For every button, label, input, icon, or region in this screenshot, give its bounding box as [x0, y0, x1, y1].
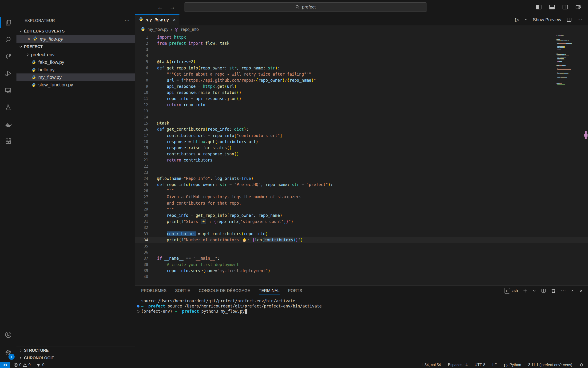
source-control-icon[interactable]: [0, 48, 17, 65]
language-mode-status[interactable]: { } Python: [504, 363, 521, 367]
problems-status[interactable]: 0 0: [14, 363, 31, 367]
open-editor-item-my_flow.py[interactable]: ✕my_flow.py: [17, 35, 135, 43]
code-line[interactable]: 11 repo_info = api_response.json(): [135, 96, 588, 102]
new-terminal-icon[interactable]: [523, 288, 528, 293]
panel-tab-console de débogage[interactable]: CONSOLE DE DÉBOGAGE: [199, 287, 250, 294]
python-interpreter-status[interactable]: 3.11.1 ('prefect-env': venv): [528, 363, 572, 367]
code-line[interactable]: 24@flow(name="Repo Info", log_prints=Tru…: [135, 175, 588, 182]
tab-my_flow.py[interactable]: my_flow.py ✕: [135, 14, 179, 25]
terminal-instance-chip[interactable]: > zsh: [504, 288, 518, 294]
code-line[interactable]: 20 contributors = response.json(): [135, 151, 588, 157]
code-line[interactable]: 35: [135, 243, 588, 249]
open-editors-section-header[interactable]: ÉDITEURS OUVERTS: [17, 27, 135, 35]
toggle-secondary-sidebar-icon[interactable]: [562, 4, 568, 10]
sidebar-item-slow_function.py[interactable]: slow_function.py: [17, 81, 135, 89]
code-line[interactable]: 22: [135, 163, 588, 169]
command-center-search[interactable]: prefect: [184, 2, 427, 12]
code-line[interactable]: 6def get_repo_info(repo_owner: str, repo…: [135, 65, 588, 71]
panel-tab-terminal[interactable]: TERMINAL: [259, 287, 280, 294]
editor-more-actions-icon[interactable]: ⋯: [577, 17, 582, 23]
split-terminal-icon[interactable]: [541, 288, 546, 293]
code-line[interactable]: 13: [135, 108, 588, 114]
search-sidebar-icon[interactable]: [0, 31, 17, 48]
code-line[interactable]: 26 """: [135, 188, 588, 194]
code-line[interactable]: 39 repo_info.serve(name="my-first-deploy…: [135, 268, 588, 274]
breadcrumb-file[interactable]: my_flow.py: [148, 27, 168, 32]
sidebar-item-my_flow.py[interactable]: my_flow.py: [17, 74, 135, 81]
ports-status[interactable]: 0: [36, 363, 44, 367]
code-line[interactable]: 30 repo_info = get_repo_info(repo_owner,…: [135, 212, 588, 219]
navigate-forward-icon[interactable]: →: [169, 4, 176, 11]
code-line[interactable]: 18 response = httpx.get(contributors_url…: [135, 139, 588, 145]
code-line[interactable]: 33 contributors = get_contributors(repo_…: [135, 231, 588, 237]
testing-icon[interactable]: [0, 99, 17, 116]
toggle-panel-icon[interactable]: [549, 4, 555, 10]
explorer-more-actions-icon[interactable]: ⋯: [124, 18, 130, 24]
close-editor-icon[interactable]: ✕: [26, 37, 32, 42]
code-line[interactable]: 31 print(f"Stars ★ : {repo_info['stargaz…: [135, 219, 588, 225]
code-line[interactable]: 40: [135, 274, 588, 280]
code-line[interactable]: 9 api_response = httpx.get(url): [135, 83, 588, 90]
sidebar-item-fake_flow.py[interactable]: fake_flow.py: [17, 58, 135, 66]
terminal-dropdown-chevron-icon[interactable]: [533, 289, 536, 293]
navigate-back-icon[interactable]: ←: [157, 4, 163, 11]
code-line[interactable]: 21 return contributors: [135, 157, 588, 163]
code-line[interactable]: 2from prefect import flow, task: [135, 40, 588, 46]
code-line[interactable]: 27 Given a GitHub repository, logs the n…: [135, 194, 588, 200]
code-line[interactable]: 36: [135, 249, 588, 255]
cursor-position-status[interactable]: L 34, col 54: [421, 363, 441, 367]
settings-gear-icon[interactable]: 1: [0, 343, 17, 362]
code-line[interactable]: 5@task(retries=2): [135, 59, 588, 65]
maximize-panel-chevron-icon[interactable]: [570, 289, 574, 293]
panel-more-actions-icon[interactable]: ⋯: [561, 288, 566, 294]
project-section-header[interactable]: PREFECT: [17, 43, 135, 51]
code-line[interactable]: 1import httpx: [135, 34, 588, 40]
sidebar-item-hello.py[interactable]: hello.py: [17, 66, 135, 74]
panel-tab-problèmes[interactable]: PROBLÈMES: [141, 287, 167, 294]
code-line[interactable]: 3: [135, 46, 588, 53]
remote-explorer-icon[interactable]: [0, 82, 17, 99]
breadcrumb-symbol[interactable]: repo_info: [181, 27, 199, 32]
code-line[interactable]: 25def repo_info(repo_owner: str = "Prefe…: [135, 182, 588, 188]
close-panel-icon[interactable]: [579, 289, 583, 293]
indentation-status[interactable]: Espaces : 4: [448, 363, 468, 367]
code-editor[interactable]: 1import httpx2from prefect import flow, …: [135, 34, 588, 285]
eol-status[interactable]: LF: [492, 363, 497, 367]
code-line[interactable]: 38 # create your first deployment: [135, 261, 588, 267]
code-line[interactable]: 8 url = f"https://api.github.com/repos/{…: [135, 77, 588, 83]
run-python-file-icon[interactable]: ▷: [515, 17, 519, 23]
run-dropdown-chevron-icon[interactable]: [525, 18, 528, 21]
run-debug-icon[interactable]: [0, 65, 17, 82]
encoding-status[interactable]: UTF-8: [475, 363, 485, 367]
terminal-content[interactable]: source /Users/henricourdent/git/prefect/…: [135, 296, 588, 362]
notifications-bell-icon[interactable]: [579, 363, 584, 367]
code-line[interactable]: 15@task: [135, 120, 588, 126]
toggle-primary-sidebar-icon[interactable]: [536, 4, 542, 10]
code-line[interactable]: 16def get_contributors(repo_info: dict):: [135, 126, 588, 132]
extensions-icon[interactable]: [0, 133, 17, 150]
panel-tab-ports[interactable]: PORTS: [288, 287, 302, 294]
accounts-icon[interactable]: [0, 326, 17, 343]
sidebar-item-prefect-env[interactable]: prefect-env: [17, 51, 135, 58]
code-line[interactable]: 14: [135, 114, 588, 120]
sidebar-section-structure[interactable]: STRUCTURE: [17, 347, 135, 354]
code-line[interactable]: 37if __name__ == "__main__":: [135, 255, 588, 261]
panel-tab-sortie[interactable]: SORTIE: [175, 287, 191, 294]
code-line[interactable]: 28 and contributors for that repo.: [135, 200, 588, 206]
code-line[interactable]: 29 """: [135, 206, 588, 212]
code-line[interactable]: 10 api_response.raise_for_status(): [135, 90, 588, 96]
sidebar-section-chronologie[interactable]: CHRONOLOGIE: [17, 354, 135, 362]
code-line[interactable]: 4: [135, 53, 588, 59]
tab-close-icon[interactable]: ✕: [173, 18, 176, 22]
explorer-icon[interactable]: [0, 14, 17, 31]
code-line[interactable]: 19 response.raise_for_status(): [135, 145, 588, 151]
code-line[interactable]: 32: [135, 225, 588, 231]
minimap[interactable]: [556, 34, 576, 89]
kill-terminal-trash-icon[interactable]: [551, 288, 556, 293]
code-line[interactable]: 23: [135, 169, 588, 175]
customize-layout-icon[interactable]: [575, 4, 581, 10]
code-line[interactable]: 7 """Get info about a repo - will retry …: [135, 71, 588, 77]
show-preview-button[interactable]: Show Preview: [533, 17, 561, 22]
docker-icon[interactable]: [0, 116, 17, 133]
code-line[interactable]: 17 contributors_url = repo_info["contrib…: [135, 133, 588, 139]
